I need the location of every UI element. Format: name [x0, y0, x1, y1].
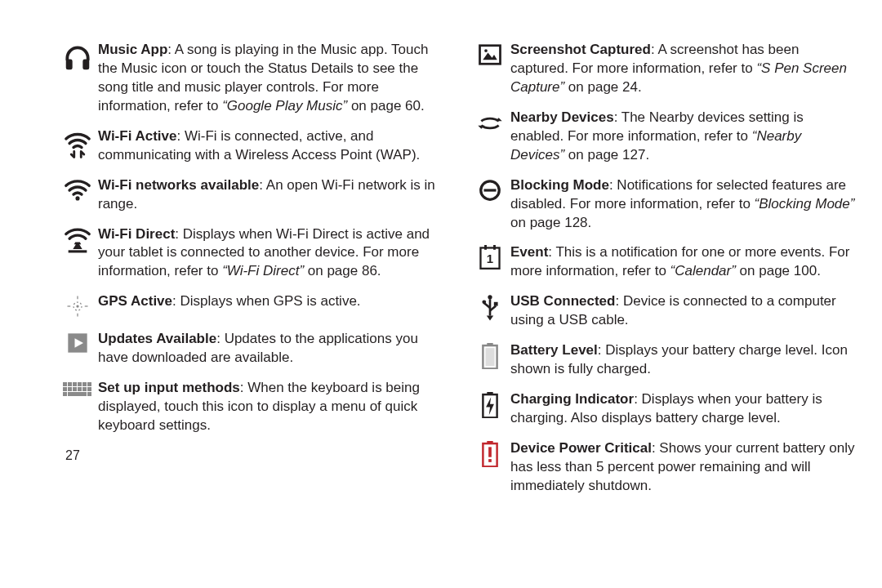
svg-rect-52: [488, 459, 492, 462]
wifi-available-icon: [57, 176, 98, 214]
entry-battery: Battery Level: Displays your battery cha…: [470, 341, 858, 379]
entry-text: Blocking Mode: Notifications for selecte…: [510, 176, 858, 233]
entry-text: Event: This is a notification for one or…: [510, 243, 858, 281]
entry-gps: GPS Active: Displays when GPS is active.: [57, 292, 445, 318]
blocking-mode-icon: [470, 176, 510, 233]
entry-text: Updates Available: Updates to the applic…: [98, 330, 445, 368]
entry-updates: Updates Available: Updates to the applic…: [57, 330, 445, 368]
svg-rect-15: [78, 382, 82, 386]
entry-wifi-available: Wi-Fi networks available: An open Wi-Fi …: [57, 176, 445, 214]
battery-icon: [470, 341, 510, 379]
entry-text: Nearby Devices: The Nearby devices setti…: [510, 109, 858, 165]
svg-rect-19: [68, 387, 72, 391]
entry-charging: Charging Indicator: Displays when your b…: [470, 390, 858, 428]
entry-text: Music App: A song is playing in the Musi…: [98, 41, 445, 116]
svg-rect-51: [488, 447, 492, 457]
left-column: Music App: A song is playing in the Musi…: [57, 41, 445, 507]
svg-rect-17: [87, 382, 91, 386]
svg-rect-12: [63, 382, 67, 386]
svg-rect-0: [66, 60, 73, 70]
entry-text: USB Connected: Device is connected to a …: [510, 292, 858, 330]
battery-critical-icon: [470, 439, 510, 496]
svg-rect-27: [480, 46, 501, 65]
entry-music: Music App: A song is playing in the Musi…: [57, 41, 445, 116]
svg-rect-36: [493, 245, 496, 250]
svg-rect-13: [68, 382, 72, 386]
content-columns: Music App: A song is playing in the Musi…: [57, 41, 858, 507]
svg-text:1: 1: [487, 252, 493, 265]
svg-marker-48: [486, 397, 494, 415]
entry-text: Wi-Fi networks available: An open Wi-Fi …: [98, 176, 445, 214]
entry-wifi-direct: Wi-Fi Direct: Displays when Wi-Fi Direct…: [57, 225, 445, 282]
gps-icon: [57, 292, 98, 318]
updates-icon: [57, 330, 98, 368]
svg-rect-21: [78, 387, 82, 391]
entry-nearby: Nearby Devices: The Nearby devices setti…: [470, 109, 858, 165]
entry-wifi-active: Wi-Fi Active: Wi-Fi is connected, active…: [57, 127, 445, 165]
page-number: 27: [65, 447, 445, 465]
nearby-devices-icon: [470, 109, 510, 165]
svg-rect-35: [484, 245, 487, 250]
svg-rect-20: [73, 387, 77, 391]
entry-text: Battery Level: Displays your battery cha…: [510, 341, 858, 379]
right-column: Screenshot Captured: A screenshot has be…: [470, 41, 858, 507]
usb-icon: [470, 292, 510, 330]
entry-event: 1 Event: This is a notification for one …: [470, 243, 858, 281]
svg-rect-24: [63, 392, 67, 396]
entry-text: Screenshot Captured: A screenshot has be…: [510, 41, 858, 97]
svg-rect-41: [494, 302, 498, 306]
svg-point-2: [75, 196, 79, 200]
entry-screenshot: Screenshot Captured: A screenshot has be…: [470, 41, 858, 97]
svg-point-5: [76, 305, 78, 308]
svg-rect-25: [68, 392, 87, 396]
entry-power-critical: Device Power Critical: Shows your curren…: [470, 439, 858, 496]
svg-rect-45: [485, 348, 494, 366]
entry-text: GPS Active: Displays when GPS is active.: [98, 292, 445, 318]
svg-rect-14: [73, 382, 77, 386]
entry-keyboard: Set up input methods: When the keyboard …: [57, 379, 445, 435]
headphones-icon: [57, 41, 98, 116]
svg-rect-16: [82, 382, 87, 386]
svg-marker-28: [483, 53, 497, 60]
charging-icon: [470, 390, 510, 428]
svg-rect-26: [87, 392, 91, 396]
svg-rect-1: [82, 60, 89, 70]
svg-rect-18: [63, 387, 67, 391]
svg-marker-42: [487, 316, 493, 321]
calendar-event-icon: 1: [470, 243, 510, 281]
wifi-direct-icon: [57, 225, 98, 282]
entry-text: Device Power Critical: Shows your curren…: [510, 439, 858, 496]
entry-usb: USB Connected: Device is connected to a …: [470, 292, 858, 330]
svg-point-29: [484, 49, 488, 52]
svg-point-40: [482, 301, 486, 305]
svg-rect-22: [82, 387, 87, 391]
entry-text: Wi-Fi Active: Wi-Fi is connected, active…: [98, 127, 445, 165]
entry-text: Wi-Fi Direct: Displays when Wi-Fi Direct…: [98, 225, 445, 282]
wifi-active-icon: [57, 127, 98, 165]
entry-text: Set up input methods: When the keyboard …: [98, 379, 445, 435]
svg-rect-23: [87, 387, 91, 391]
entry-blocking: Blocking Mode: Notifications for selecte…: [470, 176, 858, 233]
svg-rect-3: [69, 250, 87, 252]
entry-text: Charging Indicator: Displays when your b…: [510, 390, 858, 428]
svg-point-38: [488, 295, 492, 299]
keyboard-icon: [57, 379, 98, 435]
image-icon: [470, 41, 510, 97]
